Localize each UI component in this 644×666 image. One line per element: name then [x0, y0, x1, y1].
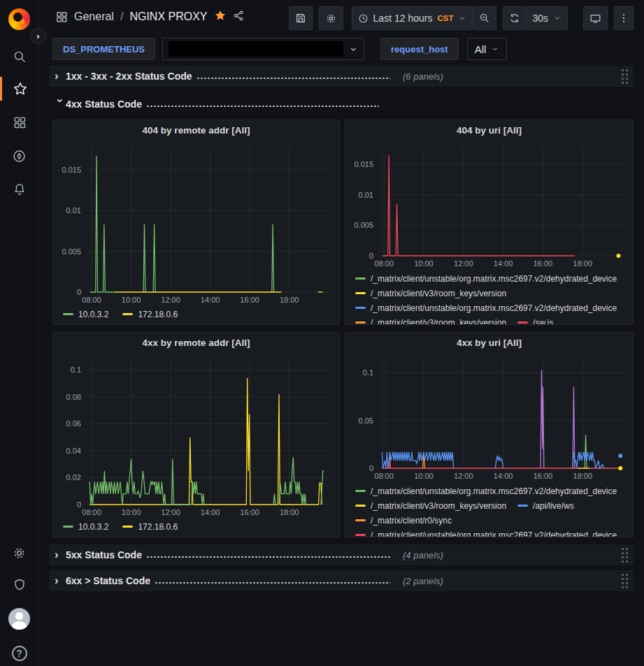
x-axis-tick: 10:00	[122, 296, 141, 304]
grid	[87, 359, 331, 505]
legend-item[interactable]: /_matrix/client/unstable/org.matrix.msc2…	[355, 528, 617, 537]
share-icon	[233, 10, 245, 22]
sidebar-item-search[interactable]	[0, 45, 38, 68]
variable-label-request-host[interactable]: request_host	[380, 38, 459, 60]
more-options-button[interactable]	[614, 6, 634, 30]
x-axis-tick: 18:00	[280, 508, 299, 516]
grafana-logo[interactable]	[8, 8, 30, 30]
time-series-chart[interactable]: 00.0050.010.01508:0010:0012:0014:0016:00…	[345, 140, 633, 270]
row-header-5xx[interactable]: › 5xx Status Code (4 panels)	[49, 544, 634, 565]
tv-icon	[589, 13, 601, 24]
refresh-button[interactable]	[503, 6, 527, 30]
panel-title[interactable]: 4xx by remote addr [All]	[53, 333, 339, 352]
legend-series-swatch	[122, 313, 133, 316]
legend-item[interactable]: /_matrix/client/unstable/org.matrix.msc2…	[355, 484, 617, 498]
row-header-6xx[interactable]: › 6xx > Status Code (2 panels)	[49, 570, 634, 591]
legend-item[interactable]: /_matrix/client/unstable/org.matrix.msc2…	[355, 271, 617, 286]
breadcrumb-dashboard-title[interactable]: NGINX PROXY	[129, 10, 207, 23]
x-axis-tick: 16:00	[534, 259, 553, 268]
refresh-interval-dropdown[interactable]: 30s	[527, 6, 568, 30]
save-dashboard-button[interactable]	[289, 6, 313, 30]
save-icon	[295, 13, 306, 24]
legend-series-label: /_matrix/client/v3/room_keys/version	[371, 501, 506, 511]
gear-icon	[12, 546, 27, 560]
expand-sidebar-button[interactable]: ›	[30, 28, 46, 44]
legend-item[interactable]: 10.0.3.2	[63, 307, 108, 321]
x-axis-tick: 16:00	[534, 472, 553, 480]
variable-label-ds-prometheus[interactable]: DS_PROMETHEUS	[52, 38, 155, 60]
variable-value-ds-prometheus[interactable]	[162, 38, 364, 60]
legend-item[interactable]: /_matrix/client/unstable/org.matrix.msc2…	[355, 301, 617, 315]
sidebar-item-help[interactable]: ?	[0, 642, 38, 665]
gear-icon	[325, 13, 337, 24]
legend-item[interactable]: /_matrix/client/v3/room_keys/version	[355, 286, 506, 301]
legend-item[interactable]: 172.18.0.6	[122, 307, 178, 321]
panel-404-by-remote-addr: 404 by remote addr [All] 00.0050.010.015…	[52, 120, 340, 325]
chart-canvas: 00.0050.010.01508:0010:0012:0014:0016:00…	[345, 140, 633, 270]
chart-canvas: 00.050.108:0010:0012:0014:0016:0018:00	[345, 352, 633, 482]
user-avatar	[8, 608, 30, 630]
series-line	[153, 224, 155, 292]
panel-4xx-by-remote-addr: 4xx by remote addr [All] 00.020.040.060.…	[52, 332, 340, 537]
sidebar-item-configuration[interactable]	[0, 541, 38, 565]
variable-value-request-host[interactable]: All	[467, 38, 508, 60]
legend-series-label: /_matrix/client/unstable/org.matrix.msc2…	[371, 303, 617, 313]
chevron-right-icon: ›	[36, 31, 39, 41]
dashboard-header: General / NGINX PROXY	[38, 0, 644, 36]
legend-series-label: /api/live/ws	[533, 501, 574, 511]
legend-series-swatch	[355, 321, 366, 324]
chart-canvas: 00.0050.010.01508:0010:0012:0014:0016:00…	[53, 140, 339, 306]
legend-item[interactable]: /_matrix/client/r0/sync	[355, 513, 452, 528]
time-series-chart[interactable]: 00.020.040.060.080.108:0010:0012:0014:00…	[53, 352, 339, 519]
time-picker-group: Last 12 hours CST	[352, 6, 497, 30]
legend-item[interactable]: /sw.js	[517, 315, 553, 324]
row-drag-handle[interactable]	[622, 548, 628, 563]
legend-series-swatch	[355, 505, 366, 507]
panel-title[interactable]: 404 by remote addr [All]	[53, 120, 339, 140]
dashboard-settings-button[interactable]	[319, 6, 343, 30]
legend-item[interactable]: 10.0.3.2	[63, 519, 108, 534]
share-button[interactable]	[233, 10, 245, 24]
legend-item[interactable]: /api/live/ws	[517, 498, 574, 513]
cycle-view-mode-button[interactable]	[583, 6, 608, 30]
sidebar-item-profile[interactable]	[0, 607, 38, 630]
row-drag-handle[interactable]	[622, 574, 628, 588]
row-panel-count: (2 panels)	[403, 576, 443, 586]
time-series-chart[interactable]: 00.0050.010.01508:0010:0012:0014:0016:00…	[53, 140, 339, 306]
x-axis-tick: 10:00	[414, 472, 434, 480]
legend-item[interactable]: /_matrix/client/v3/room_keys/version	[355, 315, 506, 324]
y-axis-tick: 0.01	[66, 206, 81, 215]
breadcrumb-section[interactable]: General	[74, 10, 114, 23]
zoom-out-time-button[interactable]	[473, 6, 496, 30]
main-area: General / NGINX PROXY	[38, 0, 644, 666]
legend-series-swatch	[517, 321, 528, 324]
x-axis-tick: 08:00	[82, 296, 101, 304]
y-axis-tick: 0.06	[66, 419, 81, 428]
sidebar-item-explore[interactable]	[0, 144, 38, 168]
time-range-button[interactable]: Last 12 hours CST	[352, 6, 473, 30]
legend-series-swatch	[63, 526, 73, 528]
sidebar-item-dashboards[interactable]	[0, 110, 38, 134]
x-axis-tick: 14:00	[201, 296, 220, 304]
sidebar-item-admin[interactable]	[0, 573, 38, 597]
legend-series-label: 172.18.0.6	[138, 310, 178, 319]
row-drag-handle[interactable]	[622, 69, 628, 84]
redacted-value	[169, 41, 343, 57]
legend-series-swatch	[63, 313, 73, 316]
x-axis-tick: 12:00	[161, 508, 180, 516]
sidebar-item-alerting[interactable]	[0, 178, 38, 201]
time-series-chart[interactable]: 00.050.108:0010:0012:0014:0016:0018:00	[345, 352, 633, 482]
row-header-4xx[interactable]: › 4xx Status Code	[49, 95, 634, 113]
sidebar-item-starred[interactable]	[0, 77, 38, 101]
legend-series-swatch	[355, 277, 366, 280]
favorite-star-button[interactable]	[214, 9, 227, 24]
panel-title[interactable]: 404 by uri [All]	[345, 120, 633, 140]
y-axis-tick: 0.08	[66, 393, 81, 401]
legend-series-swatch	[355, 307, 366, 310]
panel-legend: /_matrix/client/unstable/org.matrix.msc2…	[345, 271, 633, 324]
x-axis-tick: 12:00	[161, 296, 180, 304]
row-header-1xx-3xx-2xx[interactable]: › 1xx - 3xx - 2xx Status Code (6 panels)	[49, 66, 634, 87]
legend-item[interactable]: 172.18.0.6	[122, 519, 178, 534]
panel-title[interactable]: 4xx by uri [All]	[345, 333, 633, 352]
legend-item[interactable]: /_matrix/client/v3/room_keys/version	[355, 498, 506, 513]
